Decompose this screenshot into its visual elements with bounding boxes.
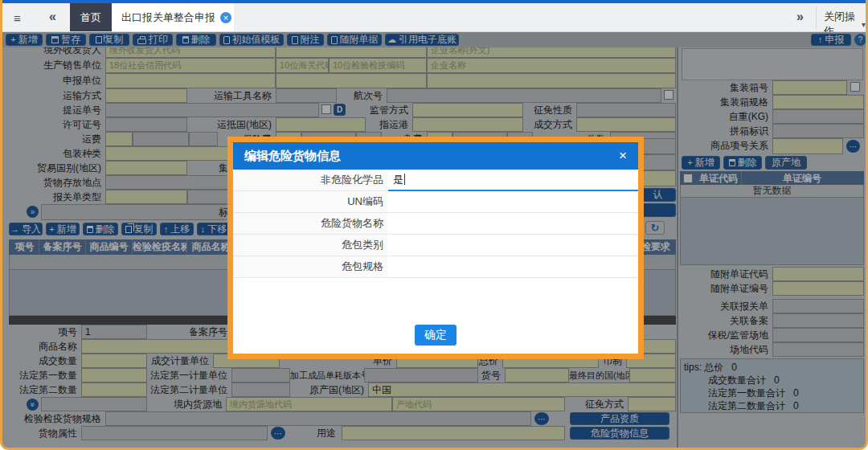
non-dangerous-input[interactable]: 是 — [388, 170, 638, 191]
un-code-input[interactable] — [388, 191, 638, 213]
menu-icon[interactable]: ≡ — [14, 12, 21, 24]
tab-declaration-label: 出口报关单整合申报 — [121, 10, 215, 25]
confirm-button[interactable]: 确定 — [415, 325, 457, 346]
scroll-tabs-left-icon[interactable]: « — [49, 10, 56, 23]
danger-pack-spec-label: 危包规格 — [233, 256, 388, 278]
danger-pack-spec-input[interactable] — [388, 256, 638, 278]
confirm-label: 确定 — [424, 328, 447, 342]
tab-declaration[interactable]: 出口报关单整合申报 × — [112, 3, 234, 31]
danger-pack-type-label: 危包类别 — [233, 235, 388, 256]
tab-home[interactable]: 首页 — [70, 3, 112, 31]
dialog-title: 编辑危险货物信息 — [233, 142, 638, 170]
tab-close-icon[interactable]: × — [220, 12, 231, 23]
tab-bar: ≡ « 首页 出口报关单整合申报 × » 关闭操作 ▾ — [2, 3, 866, 32]
non-dangerous-label: 非危险化学品 — [233, 170, 388, 191]
dialog-close-icon[interactable]: × — [619, 142, 627, 170]
dangerous-goods-dialog: 编辑危险货物信息 × 非危险化学品 是 UN编码 危险货物名称 危包类别 危包规… — [227, 137, 644, 359]
chevron-down-icon: ▾ — [862, 20, 866, 29]
dialog-titlebar[interactable]: 编辑危险货物信息 × — [233, 142, 638, 170]
danger-pack-type-input[interactable] — [388, 235, 638, 256]
app-window: ≡ « 首页 出口报关单整合申报 × » 关闭操作 ▾ +新增 暂存 复制 打印… — [0, 0, 868, 450]
text-caret — [404, 174, 405, 185]
tab-home-label: 首页 — [80, 10, 101, 25]
tabbar-divider — [816, 6, 817, 29]
danger-name-input[interactable] — [388, 213, 638, 235]
scroll-tabs-right-icon[interactable]: » — [796, 10, 804, 23]
danger-name-label: 危险货物名称 — [233, 213, 388, 235]
un-code-label: UN编码 — [233, 191, 388, 213]
